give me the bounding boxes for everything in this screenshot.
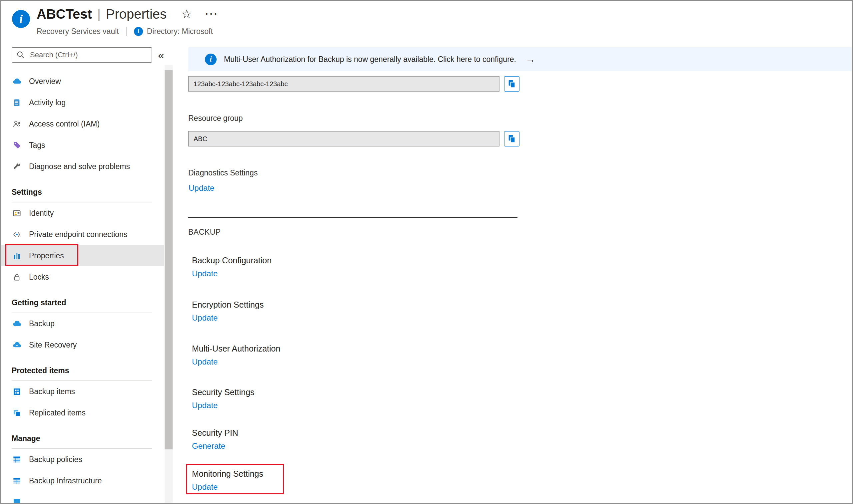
favorite-star-icon[interactable]: ☆	[181, 7, 192, 21]
monitoring-settings-label: Monitoring Settings	[192, 469, 263, 479]
security-pin-block: Security PIN Generate	[192, 428, 238, 451]
cloud-icon	[12, 340, 22, 350]
banner-info-icon: i	[205, 54, 216, 65]
resource-subtitle-row: Recovery Services vault i Directory: Mic…	[37, 26, 213, 36]
activity-log-icon	[12, 97, 22, 108]
sidebar-item-label: Locks	[29, 273, 49, 282]
scrollbar-thumb[interactable]	[164, 70, 173, 449]
search-input[interactable]	[12, 47, 152, 62]
table-icon	[12, 454, 22, 464]
sidebar-item-locks[interactable]: Locks	[1, 266, 164, 288]
tag-icon	[12, 140, 22, 150]
security-settings-block: Security Settings Update	[192, 387, 255, 411]
cloud-icon	[12, 319, 22, 328]
sidebar-section-getting-started: Getting started	[12, 292, 152, 313]
sidebar-item-properties[interactable]: Properties	[1, 245, 164, 266]
monitoring-settings-block: Monitoring Settings Update	[192, 469, 263, 492]
sidebar-item-tags[interactable]: Tags	[1, 134, 164, 156]
sidebar-item-activity-log[interactable]: Activity log	[1, 92, 164, 113]
sidebar-item-overview[interactable]: Overview	[1, 71, 164, 92]
encryption-settings-block: Encryption Settings Update	[192, 300, 264, 323]
page-title-row: ABCTest | Properties ☆ …	[37, 6, 218, 22]
diagnostics-update-link[interactable]: Update	[189, 183, 214, 193]
sidebar-item-label: Identity	[29, 209, 54, 218]
security-settings-update-link[interactable]: Update	[192, 400, 217, 411]
people-icon	[12, 119, 22, 129]
sidebar-item-private-endpoint-connections[interactable]: Private endpoint connections	[1, 224, 164, 245]
multi-user-authorization-block: Multi-User Authorization Update	[192, 344, 280, 367]
sidebar-item-label: Diagnose and solve problems	[29, 162, 130, 171]
sidebar-collapse-button[interactable]: «	[158, 49, 164, 61]
sidebar-item-backup-infrastructure[interactable]: Backup Infrastructure	[1, 470, 164, 491]
bar-chart-icon	[12, 251, 22, 260]
sidebar-item-label: Properties	[29, 251, 64, 260]
copy-resource-group-button[interactable]	[504, 131, 520, 146]
resource-info-icon: i	[12, 10, 30, 28]
multi-user-authorization-label: Multi-User Authorization	[192, 344, 280, 354]
banner-message: Multi-User Authorization for Backup is n…	[224, 55, 516, 64]
sidebar-menu: Overview Activity log Access control (IA…	[1, 71, 164, 503]
security-settings-label: Security Settings	[192, 387, 255, 397]
sidebar-section-settings: Settings	[12, 181, 152, 202]
sidebar-item-label: Access control (IAM)	[29, 120, 100, 128]
sidebar-item-label: Private endpoint connections	[29, 230, 127, 239]
sidebar-item-label: Activity log	[29, 98, 66, 107]
page-title: Properties	[106, 7, 167, 22]
search-icon	[16, 50, 25, 61]
security-pin-generate-link[interactable]: Generate	[192, 441, 225, 451]
sidebar-item-access-control[interactable]: Access control (IAM)	[1, 113, 164, 134]
vault-id-input[interactable]	[188, 76, 500, 92]
lock-icon	[12, 272, 22, 282]
multi-user-authorization-update-link[interactable]: Update	[192, 357, 217, 367]
layers-icon	[12, 408, 22, 418]
sidebar-item-identity[interactable]: Identity	[1, 202, 164, 224]
more-menu-icon[interactable]: …	[204, 2, 218, 18]
resource-group-input[interactable]	[188, 131, 500, 146]
wrench-icon	[12, 161, 22, 172]
sidebar-item-label: Backup Infrastructure	[29, 476, 102, 485]
monitoring-settings-update-link[interactable]: Update	[192, 482, 217, 492]
vault-name: ABCTest	[37, 7, 92, 22]
encryption-settings-update-link[interactable]: Update	[192, 313, 217, 323]
sidebar-item-label: Backup	[29, 319, 55, 328]
resource-type-label: Recovery Services vault	[37, 27, 119, 36]
app-window: i ABCTest | Properties ☆ … Recovery Serv…	[0, 0, 853, 504]
sidebar-item-label: Backup policies	[29, 455, 82, 464]
sidebar-item-label: Backup items	[29, 387, 75, 396]
sidebar-item-diagnose[interactable]: Diagnose and solve problems	[1, 156, 164, 177]
backup-configuration-block: Backup Configuration Update	[192, 255, 272, 278]
title-separator: |	[97, 7, 101, 21]
sidebar-item-partial[interactable]	[1, 491, 164, 503]
sidebar-item-label: Replicated items	[29, 409, 86, 417]
section-divider	[188, 217, 518, 218]
security-pin-label: Security PIN	[192, 428, 238, 438]
sidebar-item-backup[interactable]: Backup	[1, 313, 164, 334]
directory-label: Directory: Microsoft	[147, 27, 213, 36]
grid-icon	[12, 386, 22, 396]
diagnostics-settings-label: Diagnostics Settings	[188, 168, 258, 177]
sidebar-item-backup-policies[interactable]: Backup policies	[1, 449, 164, 470]
sidebar-item-label: Tags	[29, 141, 45, 150]
sidebar-item-label: Site Recovery	[29, 341, 77, 349]
info-glyph: i	[19, 12, 23, 26]
sidebar-search	[12, 47, 152, 62]
sidebar-item-backup-items[interactable]: Backup items	[1, 381, 164, 402]
resource-group-label: Resource group	[188, 114, 243, 123]
cloud-icon	[12, 76, 22, 86]
backup-configuration-label: Backup Configuration	[192, 255, 272, 265]
sidebar-item-site-recovery[interactable]: Site Recovery	[1, 334, 164, 356]
notification-banner[interactable]: i Multi-User Authorization for Backup is…	[188, 47, 852, 71]
sidebar-item-replicated-items[interactable]: Replicated items	[1, 402, 164, 424]
backup-configuration-update-link[interactable]: Update	[192, 269, 217, 278]
grid-icon	[12, 497, 22, 503]
endpoint-icon	[12, 229, 22, 239]
table-icon	[12, 476, 22, 486]
sidebar-section-protected-items: Protected items	[12, 360, 152, 381]
copy-vault-id-button[interactable]	[504, 76, 520, 92]
sidebar-item-label: Overview	[29, 77, 61, 86]
backup-section-header: BACKUP	[188, 228, 221, 237]
copy-icon	[507, 134, 517, 143]
sidebar-section-manage: Manage	[12, 428, 152, 449]
sidebar-scrollbar[interactable]	[164, 65, 173, 503]
banner-arrow-icon: →	[525, 54, 536, 65]
